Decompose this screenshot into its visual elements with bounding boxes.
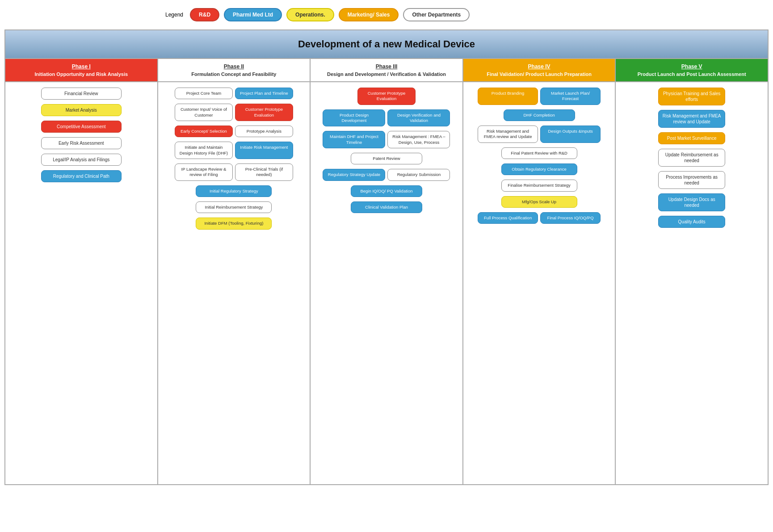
- card-update-reimbursement: Update Reimbursement as needed: [658, 149, 725, 167]
- phase-header-5: Phase V Product Launch and Post Launch A…: [616, 59, 768, 81]
- card-clinical-validation: Clinical Validation Plan: [351, 201, 422, 213]
- card-early-concept: Early Concept/ Selection: [175, 126, 233, 137]
- pair-project: Project Core Team Project Plan and Timel…: [162, 88, 307, 99]
- card-finalise-reimbursement: Finalise Reimbursement Strategy: [501, 180, 577, 191]
- pair-design-dev: Product Design Development Design Verifi…: [314, 109, 459, 127]
- diagram: Development of a new Medical Device Phas…: [4, 29, 769, 485]
- card-competitive-assessment: Competitive Assessment: [41, 121, 122, 133]
- pair-regulatory: Regulatory Strategy Update Regulatory Su…: [314, 169, 459, 180]
- card-regulatory-clinical: Regulatory and Clinical Path: [41, 170, 122, 182]
- page: Legend R&D Pharmi Med Ltd Operations. Ma…: [4, 4, 769, 527]
- card-product-design: Product Design Development: [323, 109, 385, 127]
- card-financial-review: Financial Review: [41, 88, 122, 100]
- card-risk-mgmt-update: Risk Management and FMEA review and Upda…: [478, 126, 538, 143]
- card-maintain-dhf: Maintain DHF and Project Timeline: [323, 131, 385, 148]
- card-project-core: Project Core Team: [175, 88, 233, 99]
- phase-header-3: Phase III Design and Development / Verif…: [311, 59, 463, 81]
- card-initiate-risk: Initiate Risk Management: [235, 142, 293, 159]
- card-obtain-regulatory: Obtain Regulatory Clearance: [501, 163, 577, 175]
- card-quality-audits: Quality Audits: [658, 216, 725, 228]
- phase3-col: Customer Prototype Evaluation Product De…: [311, 82, 463, 484]
- phase5-num: Phase V: [619, 63, 764, 70]
- pair-ip-preclinical: IP Landscape Review & review of Filing P…: [162, 163, 307, 181]
- card-regulatory-strategy: Regulatory Strategy Update: [323, 169, 385, 180]
- phase1-num: Phase I: [9, 63, 154, 70]
- legend-pharmi: Pharmi Med Ltd: [224, 8, 282, 21]
- pair-customer-input: Customer Input/ Voice of Customer Custom…: [162, 104, 307, 121]
- phase-header-1: Phase I Initiation Opportunity and Risk …: [5, 59, 158, 81]
- legend-other: Other Departments: [403, 8, 470, 21]
- card-final-process: Final Process IQ/OQ/PQ: [540, 212, 601, 224]
- pair-branding: Product Branding Market Launch Plan/ For…: [467, 88, 612, 105]
- card-prototype-analysis: Prototype Analysis: [235, 126, 293, 137]
- card-project-plan: Project Plan and Timeline: [235, 88, 293, 99]
- phase-header-2: Phase II Formulation Concept and Feasibi…: [158, 59, 311, 81]
- card-risk-fmea-review: Risk Management and FMEA review and Upda…: [658, 110, 725, 128]
- card-legal-ip: Legal/IP Analysis and Filings: [41, 154, 122, 166]
- legend-ops: Operations.: [286, 8, 334, 21]
- card-mfg-ops: Mfg/Ops Scale Up: [501, 196, 577, 208]
- card-update-design-docs: Update Design Docs as needed: [658, 193, 725, 211]
- phase3-num: Phase III: [314, 63, 459, 70]
- card-begin-iq: Begin IQ/OQ/ PQ Validation: [351, 185, 422, 197]
- diagram-title: Development of a new Medical Device: [5, 30, 768, 59]
- card-product-branding: Product Branding: [478, 88, 538, 105]
- card-regulatory-submission: Regulatory Submission: [387, 169, 450, 180]
- card-design-verif: Design Verification and Validation: [387, 109, 450, 127]
- pair-dhf-risk: Initiate and Maintain Design History Fil…: [162, 142, 307, 159]
- card-initiate-dhf: Initiate and Maintain Design History Fil…: [175, 142, 233, 159]
- content-row: Financial Review Market Analysis Competi…: [5, 82, 768, 484]
- legend-rd: R&D: [190, 8, 219, 21]
- pair-qualification: Full Process Qualification Final Process…: [467, 212, 612, 224]
- phase5-col: Physician Training and Sales efforts Ris…: [616, 82, 768, 484]
- card-customer-input: Customer Input/ Voice of Customer: [175, 104, 233, 121]
- card-risk-mgmt-fmea: Risk Management : FMEA – Design, Use, Pr…: [387, 131, 450, 148]
- card-design-outputs: Design Outputs &Inputs: [540, 126, 601, 143]
- card-initial-regulatory: Initial Regulatory Strategy: [196, 185, 272, 197]
- card-patent-review: Patent Review: [351, 153, 422, 164]
- phase4-num: Phase IV: [467, 63, 612, 70]
- card-customer-prototype-p3: Customer Prototype Evaluation: [357, 88, 416, 105]
- phase2-num: Phase II: [162, 63, 307, 70]
- card-customer-prototype-p2: Customer Prototype Evaluation: [235, 104, 293, 121]
- card-physician-training: Physician Training and Sales efforts: [658, 88, 725, 105]
- legend: Legend R&D Pharmi Med Ltd Operations. Ma…: [4, 4, 769, 25]
- card-market-analysis: Market Analysis: [41, 104, 122, 116]
- card-ip-landscape: IP Landscape Review & review of Filing: [175, 163, 233, 181]
- pair-early-concept: Early Concept/ Selection Prototype Analy…: [162, 126, 307, 137]
- phase4-col: Product Branding Market Launch Plan/ For…: [463, 82, 616, 484]
- legend-label: Legend: [165, 12, 183, 18]
- phase2-col: Project Core Team Project Plan and Timel…: [158, 82, 311, 484]
- card-market-launch: Market Launch Plan/ Forecast: [540, 88, 601, 105]
- phase1-col: Financial Review Market Analysis Competi…: [5, 82, 158, 484]
- card-final-patent: Final Patent Review with R&D: [501, 147, 577, 159]
- card-preclinical: Pre-Clinical Trials (if needed): [235, 163, 293, 181]
- card-post-market: Post Market Surveillance: [658, 132, 725, 144]
- pair-dhf-risk2: Maintain DHF and Project Timeline Risk M…: [314, 131, 459, 148]
- card-early-risk: Early Risk Assessment: [41, 137, 122, 149]
- card-dhf-completion: DHF Completion: [504, 109, 575, 121]
- phase-headers: Phase I Initiation Opportunity and Risk …: [5, 59, 768, 82]
- card-process-improvements: Process Improvements as needed: [658, 171, 725, 189]
- pair-risk-design: Risk Management and FMEA review and Upda…: [467, 126, 612, 143]
- card-full-process: Full Process Qualification: [478, 212, 538, 224]
- card-initiate-dfm: Initiate DFM (Tooling, Fixturing): [196, 218, 272, 229]
- phase-header-4: Phase IV Final Validation/ Product Launc…: [463, 59, 616, 81]
- legend-marketing: Marketing/ Sales: [339, 8, 399, 21]
- card-initial-reimbursement: Initial Reimbursement Strategy: [196, 201, 272, 213]
